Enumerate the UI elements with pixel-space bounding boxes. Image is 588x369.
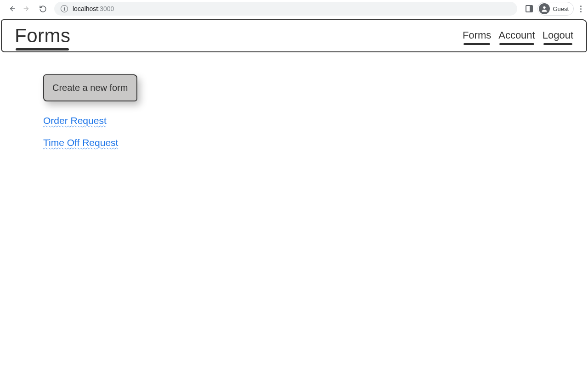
url-text: localhost:3000 [73, 5, 114, 12]
address-bar[interactable]: i localhost:3000 [54, 2, 517, 16]
browser-menu-icon[interactable] [578, 4, 583, 14]
profile-label: Guest [553, 6, 569, 12]
browser-right-controls: Guest [522, 2, 583, 16]
nav-link-forms[interactable]: Forms [463, 29, 491, 42]
app-title: Forms [15, 25, 71, 47]
back-button[interactable] [7, 5, 16, 13]
browser-toolbar: i localhost:3000 Guest [0, 0, 588, 17]
nav-link-logout[interactable]: Logout [543, 29, 573, 42]
forward-button[interactable] [23, 5, 31, 13]
person-icon [539, 3, 550, 14]
side-panel-icon[interactable] [526, 5, 533, 12]
reload-button[interactable] [39, 5, 47, 13]
profile-button[interactable]: Guest [537, 2, 574, 16]
nav-link-account[interactable]: Account [498, 29, 535, 42]
site-info-icon[interactable]: i [61, 5, 68, 12]
nav-arrows [5, 5, 50, 13]
svg-point-2 [543, 6, 546, 9]
main-content: Create a new form Order Request Time Off… [0, 52, 588, 148]
form-link-order-request[interactable]: Order Request [43, 115, 107, 126]
create-form-button[interactable]: Create a new form [43, 74, 137, 101]
form-list: Order Request Time Off Request [43, 115, 588, 148]
form-link-time-off-request[interactable]: Time Off Request [43, 137, 118, 148]
app-header: Forms Forms Account Logout [1, 19, 587, 52]
nav-links: Forms Account Logout [463, 29, 573, 42]
